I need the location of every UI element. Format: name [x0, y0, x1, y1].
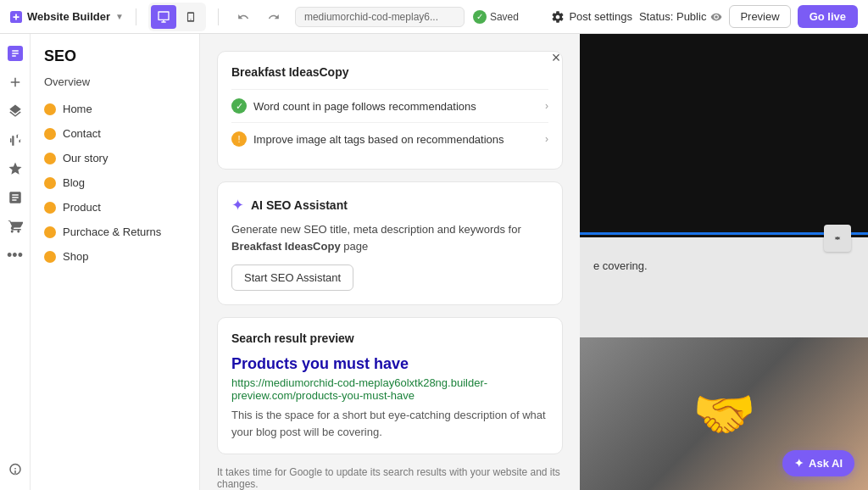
search-preview-title: Search result preview: [231, 331, 548, 345]
sidebar-item-blog[interactable]: Blog: [31, 170, 199, 195]
ai-seo-section: ✦ AI SEO Assistant Generate new SEO titl…: [217, 181, 563, 305]
start-seo-assistant-btn[interactable]: Start SEO Assistant: [231, 264, 353, 291]
sidebar-dot-blog: [44, 177, 56, 189]
preview-btn[interactable]: Preview: [729, 5, 790, 28]
post-settings-btn[interactable]: Post settings: [551, 10, 632, 24]
icon-bar-layers[interactable]: [3, 98, 28, 124]
icon-bar-cart[interactable]: [3, 214, 28, 239]
gear-icon: [551, 10, 565, 24]
sidebar-item-returns[interactable]: Purchace & Returns: [31, 220, 199, 244]
eye-icon: [710, 11, 722, 23]
search-preview-section: Search result preview Products you must …: [217, 317, 563, 454]
icon-bar: •••: [0, 34, 31, 490]
sidebar-item-shop[interactable]: Shop: [31, 244, 199, 269]
chevron-icon2: ›: [545, 133, 548, 145]
undo-redo-group: [231, 5, 287, 29]
icon-bar-logo: [3, 41, 28, 66]
seo-content: Breakfast IdeasCopy ✓ Word count in page…: [200, 34, 580, 490]
seo-panel: × Breakfast IdeasCopy ✓ Word count in pa…: [200, 34, 580, 490]
main-area: ••• SEO Overview Home Contact Our story …: [0, 34, 868, 490]
sidebar-item-product[interactable]: Product: [31, 195, 199, 220]
check-item-image-alt[interactable]: ! Improve image alt tags based on recomm…: [231, 122, 548, 155]
ai-header: ✦ AI SEO Assistant: [231, 196, 548, 214]
sidebar: SEO Overview Home Contact Our story Blog…: [31, 34, 200, 490]
close-btn[interactable]: ×: [544, 46, 568, 70]
topbar-right: Post settings Status: Public Preview Go …: [551, 5, 858, 28]
status-badge: Status: Public: [639, 10, 723, 23]
seo-checks-section: Breakfast IdeasCopy ✓ Word count in page…: [217, 51, 563, 170]
preview-covering-text: e covering.: [580, 246, 868, 286]
sidebar-item-contact[interactable]: Contact: [31, 121, 199, 146]
sparkle-ask-icon: ✦: [794, 457, 804, 470]
icon-bar-add[interactable]: [3, 70, 28, 95]
preview-dark-bg: [580, 34, 868, 237]
ai-title: AI SEO Assistant: [251, 198, 348, 212]
check-item-left2: ! Improve image alt tags based on recomm…: [231, 131, 504, 147]
ai-description: Generate new SEO title, meta description…: [231, 221, 548, 254]
sidebar-dot-shop: [44, 251, 56, 263]
topbar-divider: [136, 8, 136, 25]
golive-btn[interactable]: Go live: [798, 5, 858, 28]
icon-bar-ai[interactable]: [3, 156, 28, 181]
sidebar-item-ourstory[interactable]: Our story: [31, 146, 199, 170]
sparkle-icon: ✦: [231, 196, 244, 214]
topbar-divider2: [218, 8, 219, 25]
check-item-word-count[interactable]: ✓ Word count in page follows recommendat…: [231, 89, 548, 122]
search-preview-url: https://mediumorchid-cod-meplay6olxtk28n…: [231, 376, 548, 402]
seo-footer-note: It takes time for Google to update its s…: [217, 466, 563, 490]
sidebar-dot-contact: [44, 128, 56, 140]
seo-section-title: Breakfast IdeasCopy: [231, 65, 548, 79]
icon-bar-more[interactable]: •••: [3, 242, 28, 268]
mobile-btn[interactable]: [178, 5, 203, 29]
check-icon-orange: !: [231, 131, 247, 147]
sidebar-dot-ourstory: [44, 153, 56, 164]
undo-btn[interactable]: [231, 5, 256, 29]
preview-area: e covering. 🤝 ✦ Ask AI: [580, 34, 868, 490]
sidebar-dot-returns: [44, 226, 56, 238]
saved-badge: ✓ Saved: [473, 10, 519, 24]
sidebar-dot-product: [44, 202, 56, 214]
brand-chevron-icon: ▼: [115, 12, 124, 21]
saved-dot: ✓: [473, 10, 487, 24]
hand-image: 🤝: [693, 384, 756, 444]
redo-btn[interactable]: [261, 5, 287, 29]
icon-bar-blog[interactable]: [3, 185, 28, 210]
sidebar-dot-home: [44, 103, 56, 115]
topbar: Website Builder ▼ mediumorchid-cod-mepla…: [0, 0, 868, 34]
icon-bar-settings[interactable]: [3, 458, 28, 483]
device-group: [148, 3, 206, 31]
check-item-left: ✓ Word count in page follows recommendat…: [231, 98, 476, 114]
sidebar-overview[interactable]: Overview: [31, 75, 199, 97]
sidebar-item-home[interactable]: Home: [31, 97, 199, 121]
check-icon-green: ✓: [231, 98, 247, 114]
url-bar[interactable]: mediumorchid-cod-meplay6...: [295, 7, 465, 27]
brand-icon: [10, 11, 22, 23]
search-preview-heading: Products you must have: [231, 355, 548, 373]
chevron-icon: ›: [545, 100, 548, 112]
ask-ai-btn[interactable]: ✦ Ask AI: [782, 450, 854, 476]
icon-bar-effects[interactable]: [3, 127, 28, 153]
desktop-btn[interactable]: [151, 5, 176, 29]
sidebar-title: SEO: [31, 47, 199, 75]
search-preview-desc: This is the space for a short but eye-ca…: [231, 407, 548, 440]
brand-label[interactable]: Website Builder ▼: [10, 10, 124, 23]
